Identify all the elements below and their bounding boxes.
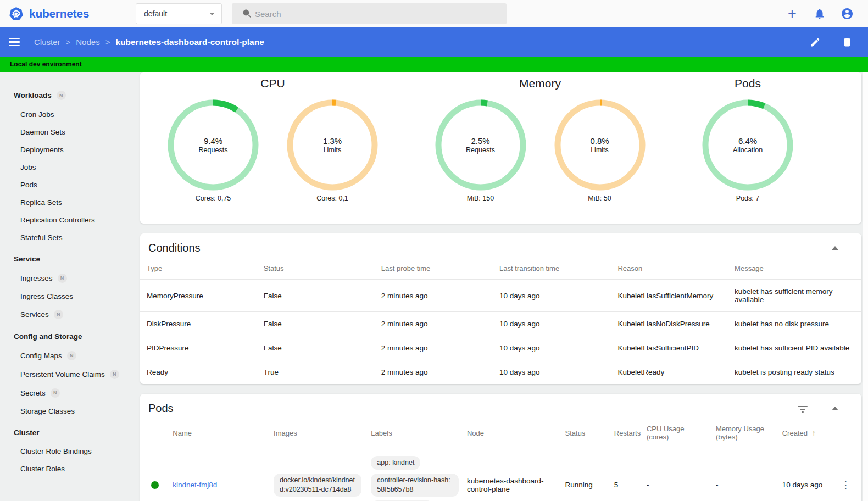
sidebar-item-replication-controllers[interactable]: Replication Controllers <box>0 211 136 229</box>
pod-node-cell: kubernetes-dashboard-control-plane <box>460 448 559 501</box>
conditions-row: ReadyTrue2 minutes ago10 days agoKubelet… <box>140 360 861 385</box>
new-badge: N <box>110 370 119 379</box>
pods-column-cpu-usage-cores[interactable]: CPU Usage (cores) <box>640 419 709 448</box>
donut-value: 1.3% <box>323 136 342 146</box>
donut-value: 9.4% <box>204 136 222 146</box>
collapse-conditions-icon[interactable] <box>832 246 838 250</box>
pod-actions-menu-icon[interactable]: ⋮ <box>841 478 851 491</box>
vertical-scrollbar[interactable] <box>863 72 868 501</box>
action-bar: Cluster>Nodes>kubernetes-dashboard-contr… <box>0 27 868 57</box>
conditions-cell: 10 days ago <box>493 280 611 312</box>
sidebar-section-workloads[interactable]: WorkloadsN <box>0 85 136 105</box>
sidebar-section-cluster[interactable]: Cluster <box>0 423 136 442</box>
sidebar-item-cluster-roles[interactable]: Cluster Roles <box>0 460 136 477</box>
donut-chart-pods-allocation: 6.4%AllocationPods: 7 <box>701 98 794 202</box>
conditions-cell: kubelet has sufficient memory available <box>728 280 861 312</box>
pods-column-name[interactable]: Name <box>166 419 267 448</box>
sidebar-item-config-maps[interactable]: Config MapsN <box>0 346 136 365</box>
collapse-pods-icon[interactable] <box>832 407 838 410</box>
sidebar-item-label: Replication Controllers <box>20 216 95 224</box>
pods-column-images[interactable]: Images <box>267 419 364 448</box>
notifications-button[interactable] <box>811 5 828 23</box>
sidebar-item-replica-sets[interactable]: Replica Sets <box>0 193 136 211</box>
breadcrumb: Cluster>Nodes>kubernetes-dashboard-contr… <box>34 37 264 47</box>
sidebar-section-config-and-storage[interactable]: Config and Storage <box>0 327 136 346</box>
sidebar-item-cron-jobs[interactable]: Cron Jobs <box>0 105 136 123</box>
sidebar-item-stateful-sets[interactable]: Stateful Sets <box>0 229 136 246</box>
account-button[interactable] <box>838 5 856 23</box>
sidebar-item-deployments[interactable]: Deployments <box>0 141 136 158</box>
sidebar-item-ingresses[interactable]: IngressesN <box>0 269 136 287</box>
pods-column-node[interactable]: Node <box>460 419 559 448</box>
sidebar-item-cluster-role-bindings[interactable]: Cluster Role Bindings <box>0 442 136 460</box>
conditions-cell: KubeletReady <box>611 360 728 385</box>
conditions-cell: 10 days ago <box>493 312 611 336</box>
menu-toggle-button[interactable] <box>9 38 20 47</box>
conditions-cell: DiskPressure <box>140 312 257 336</box>
sidebar-item-label: Replica Sets <box>20 198 62 207</box>
sidebar-item-daemon-sets[interactable]: Daemon Sets <box>0 123 136 141</box>
pods-column-restarts[interactable]: Restarts <box>608 419 640 448</box>
conditions-table: TypeStatusLast probe timeLast transition… <box>140 259 861 384</box>
chart-group-title: Memory <box>434 75 647 92</box>
donut-label: Limits <box>591 146 609 154</box>
donut-footer: MiB: 50 <box>553 194 647 202</box>
donut-value: 6.4% <box>738 136 757 146</box>
sidebar-item-services[interactable]: ServicesN <box>0 305 136 324</box>
conditions-cell: MemoryPressure <box>140 280 257 312</box>
sidebar-item-persistent-volume-claims[interactable]: Persistent Volume ClaimsN <box>0 365 136 383</box>
conditions-cell: PIDPressure <box>140 336 257 360</box>
delete-resource-button[interactable] <box>838 34 856 51</box>
plus-icon: + <box>788 7 797 21</box>
pod-name-link[interactable]: kindnet-fmj8d <box>173 481 217 489</box>
sidebar-item-pods[interactable]: Pods <box>0 176 136 193</box>
sidebar-item-label: Ingresses <box>20 274 53 282</box>
sidebar-item-label: Daemon Sets <box>20 128 65 136</box>
conditions-cell: 2 minutes ago <box>375 312 493 336</box>
trash-icon <box>842 37 853 48</box>
namespace-selector[interactable]: default <box>136 3 222 24</box>
sidebar-item-label: Cron Jobs <box>20 110 54 119</box>
sidebar-item-storage-classes[interactable]: Storage Classes <box>0 402 136 420</box>
donut-label: Requests <box>199 146 228 154</box>
sidebar-item-label: Cluster Roles <box>20 465 65 473</box>
create-resource-button[interactable]: + <box>783 5 801 23</box>
chart-group-pods: Pods6.4%AllocationPods: 7 <box>701 75 794 224</box>
sidebar-section-service[interactable]: Service <box>0 249 136 269</box>
edit-resource-button[interactable] <box>806 34 824 51</box>
breadcrumb-link-nodes[interactable]: Nodes <box>76 37 99 47</box>
conditions-column-status: Status <box>257 259 375 280</box>
top-app-bar: kubernetes default + <box>0 0 868 27</box>
conditions-column-type: Type <box>140 259 257 280</box>
sidebar-item-secrets[interactable]: SecretsN <box>0 383 136 402</box>
conditions-cell: kubelet has sufficient PID available <box>728 336 861 360</box>
pods-column-created[interactable]: Created ↑ <box>776 419 834 448</box>
environment-banner: Local dev environment <box>0 57 868 72</box>
conditions-column-last-transition-time: Last transition time <box>493 259 611 280</box>
kubernetes-logo-icon <box>9 7 24 21</box>
sidebar-item-label: Cluster Role Bindings <box>20 447 92 455</box>
sidebar-item-label: Jobs <box>20 163 36 171</box>
donut-chart-memory-requests: 2.5%RequestsMiB: 150 <box>434 98 527 202</box>
conditions-row: DiskPressureFalse2 minutes ago10 days ag… <box>140 312 861 336</box>
pods-column-labels[interactable]: Labels <box>364 419 460 448</box>
chart-group-title: Pods <box>701 75 794 92</box>
donut-chart-memory-limits: 0.8%LimitsMiB: 50 <box>553 98 647 202</box>
donut-footer: MiB: 150 <box>434 194 527 202</box>
pod-status-ok-icon <box>151 481 159 489</box>
sidebar-section-label: Workloads <box>14 91 52 99</box>
new-badge: N <box>51 388 60 398</box>
donut-label: Requests <box>466 146 495 154</box>
pods-column-status[interactable]: Status <box>559 419 608 448</box>
sidebar-item-ingress-classes[interactable]: Ingress Classes <box>0 287 136 305</box>
breadcrumb-link-cluster[interactable]: Cluster <box>34 37 60 47</box>
environment-banner-text: Local dev environment <box>10 60 82 68</box>
label-chip: controller-revision-hash: 58f5b657b8 <box>371 474 459 497</box>
sidebar-item-label: Stateful Sets <box>20 233 63 242</box>
conditions-cell: False <box>257 336 375 360</box>
sidebar-item-jobs[interactable]: Jobs <box>0 158 136 176</box>
filter-icon[interactable] <box>798 405 808 413</box>
search-input[interactable] <box>255 9 464 19</box>
kubernetes-logo[interactable]: kubernetes <box>0 7 136 21</box>
pods-column-memory-usage-bytes[interactable]: Memory Usage (bytes) <box>709 419 776 448</box>
